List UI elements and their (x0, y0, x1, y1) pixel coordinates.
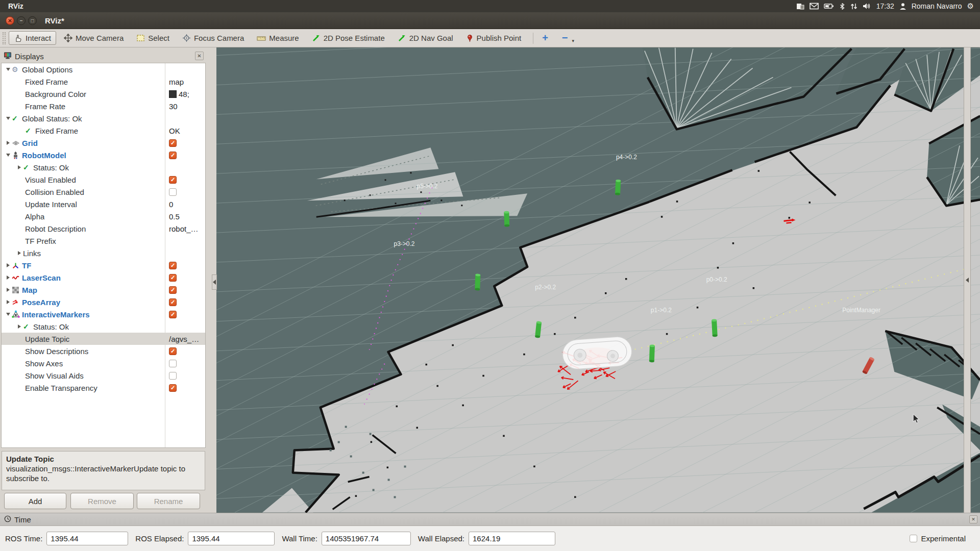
row-value[interactable]: ✓ (169, 347, 206, 355)
green-cylinder-marker[interactable] (504, 211, 509, 227)
row-checkbox[interactable]: ✓ (169, 311, 177, 318)
tree-row-status-ok[interactable]: ✓Status: Ok (2, 161, 205, 173)
mail-icon[interactable] (810, 2, 819, 11)
row-expander-icon[interactable] (5, 300, 12, 304)
green-cylinder-marker[interactable] (712, 319, 718, 337)
tree-row-collision-enabled[interactable]: Collision Enabled (2, 186, 205, 198)
tree-row-show-descriptions[interactable]: Show Descriptions✓ (2, 345, 205, 357)
add-display-button[interactable]: Add (4, 493, 66, 509)
session-gear-icon[interactable]: ⚙ (967, 2, 974, 10)
clock[interactable]: 17:32 (876, 2, 894, 10)
displays-tree[interactable]: ⚙Global OptionsFixed FramemapBackground … (1, 63, 206, 448)
left-panel-splitter[interactable] (212, 274, 217, 290)
row-expander-icon[interactable] (16, 324, 23, 329)
row-checkbox[interactable]: ✓ (169, 347, 177, 355)
row-checkbox[interactable]: ✓ (169, 176, 177, 184)
add-tool-button[interactable]: + (537, 32, 553, 44)
tree-row-background-color[interactable]: Background Color48; (2, 88, 205, 100)
row-value[interactable]: /agvs_… (169, 335, 206, 343)
remove-display-button[interactable]: Remove (70, 493, 134, 509)
tree-row-posearray[interactable]: PoseArray✓ (2, 296, 205, 308)
publish-point-tool-button[interactable]: Publish Point (461, 31, 527, 45)
right-panel-splitter[interactable] (964, 47, 971, 513)
time-field-input[interactable] (322, 532, 411, 545)
row-checkbox[interactable]: ✓ (169, 274, 177, 282)
tree-row-robotmodel[interactable]: RobotModel✓ (2, 149, 205, 161)
row-expander-icon[interactable] (5, 313, 12, 316)
bluetooth-icon[interactable] (839, 2, 845, 11)
green-cylinder-marker[interactable] (615, 180, 621, 195)
row-value[interactable] (169, 372, 206, 380)
row-expander-icon[interactable] (5, 263, 12, 267)
tree-row-links[interactable]: Links (2, 247, 205, 259)
focus-camera-tool-button[interactable]: Focus Camera (177, 31, 249, 45)
row-value[interactable]: 30 (169, 102, 206, 111)
tree-row-global-options[interactable]: ⚙Global Options (2, 63, 205, 76)
row-checkbox[interactable]: ✓ (169, 262, 177, 269)
toolbar-handle[interactable] (3, 32, 6, 44)
row-value[interactable]: ✓ (169, 298, 206, 306)
remove-tool-button[interactable]: − ▾ (555, 30, 579, 46)
row-value[interactable]: robot_… (169, 224, 206, 233)
row-expander-icon[interactable] (5, 141, 12, 145)
row-expander-icon[interactable] (5, 68, 12, 71)
row-value[interactable]: ✓ (169, 152, 206, 159)
2d-pose-estimate-tool-button[interactable]: 2D Pose Estimate (307, 31, 390, 45)
2d-nav-goal-tool-button[interactable]: 2D Nav Goal (393, 31, 458, 45)
row-value[interactable]: 48; (169, 90, 206, 98)
time-field-input[interactable] (46, 532, 128, 545)
row-expander-icon[interactable] (16, 165, 23, 169)
volume-icon[interactable] (863, 2, 871, 11)
select-tool-button[interactable]: Select (131, 31, 175, 45)
row-checkbox[interactable]: ✓ (169, 286, 177, 294)
row-value[interactable]: OK (169, 127, 206, 135)
interact-tool-button[interactable]: Interact (9, 31, 56, 45)
tree-row-interactivemarkers[interactable]: InteractiveMarkers✓ (2, 308, 205, 320)
row-expander-icon[interactable] (16, 251, 23, 255)
time-field-input[interactable] (469, 532, 555, 545)
displays-panel-close-icon[interactable]: ✕ (195, 52, 204, 60)
3d-viewport[interactable]: p4->0.2p5->0.2p3->0.2p2->0.2p1->0.2p0->0… (216, 47, 980, 513)
row-checkbox[interactable]: ✓ (169, 384, 177, 392)
row-value[interactable]: ✓ (169, 311, 206, 318)
time-panel-header[interactable]: Time ✕ (0, 513, 980, 526)
tree-row-laserscan[interactable]: LaserScan✓ (2, 271, 205, 284)
close-window-button[interactable]: ✕ (6, 16, 14, 25)
tree-row-tf[interactable]: TF✓ (2, 259, 205, 271)
battery-icon[interactable] (824, 2, 834, 11)
network-arrows-icon[interactable] (850, 2, 857, 11)
row-checkbox[interactable] (169, 188, 177, 196)
row-value[interactable]: ✓ (169, 286, 206, 294)
row-checkbox[interactable] (169, 372, 177, 380)
tree-row-frame-rate[interactable]: Frame Rate30 (2, 100, 205, 112)
row-checkbox[interactable]: ✓ (169, 152, 177, 159)
row-value[interactable]: 0 (169, 200, 206, 209)
green-cylinder-marker[interactable] (649, 344, 655, 362)
tree-row-show-axes[interactable]: Show Axes (2, 357, 205, 369)
row-value[interactable]: map (169, 78, 206, 86)
time-field-input[interactable] (188, 532, 275, 545)
tree-row-grid[interactable]: Grid✓ (2, 137, 205, 149)
row-value[interactable]: ✓ (169, 139, 206, 147)
row-value[interactable] (169, 188, 206, 196)
row-value[interactable]: ✓ (169, 384, 206, 392)
rename-display-button[interactable]: Rename (137, 493, 200, 509)
tool-dropdown-caret-icon[interactable]: ▾ (572, 38, 575, 43)
row-value[interactable]: ✓ (169, 262, 206, 269)
tree-row-status-ok[interactable]: ✓Status: Ok (2, 320, 205, 333)
tree-row-alpha[interactable]: Alpha0.5 (2, 210, 205, 222)
tree-row-map[interactable]: Map✓ (2, 284, 205, 296)
row-checkbox[interactable]: ✓ (169, 298, 177, 306)
time-panel-close-icon[interactable]: ✕ (969, 515, 977, 523)
row-checkbox[interactable]: ✓ (169, 139, 177, 147)
tree-row-fixed-frame[interactable]: Fixed Framemap (2, 76, 205, 88)
tree-row-global-status-ok[interactable]: ✓Global Status: Ok (2, 112, 205, 124)
row-value[interactable]: ✓ (169, 176, 206, 184)
robot-model[interactable] (561, 336, 633, 370)
tree-row-enable-transparency[interactable]: Enable Transparency✓ (2, 382, 205, 394)
row-expander-icon[interactable] (5, 117, 12, 120)
move-camera-tool-button[interactable]: Move Camera (59, 31, 129, 45)
measure-tool-button[interactable]: Measure (252, 31, 304, 45)
username[interactable]: Roman Navarro (912, 2, 962, 10)
row-value[interactable]: ✓ (169, 274, 206, 282)
